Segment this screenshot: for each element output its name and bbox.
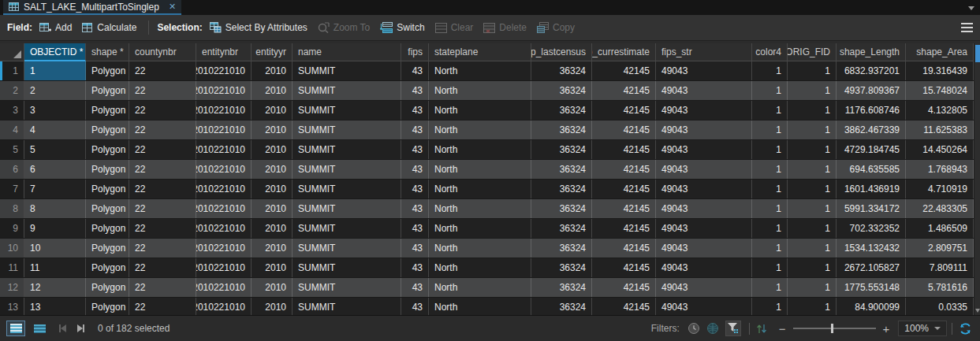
cell-orig-fid[interactable]: 1 <box>788 160 837 179</box>
cell-stateplane[interactable]: North <box>429 120 531 139</box>
cell-name[interactable]: SUMMIT <box>293 298 401 315</box>
cell-name[interactable]: SUMMIT <box>293 101 401 120</box>
cell-fips-str[interactable]: 49043 <box>656 180 752 198</box>
vertical-scrollbar-thumb[interactable] <box>975 45 980 62</box>
cell-pop-currestimate[interactable]: 42145 <box>592 180 656 198</box>
cell-name[interactable]: SUMMIT <box>293 120 401 139</box>
cell-shape-length[interactable]: 1176.608746 <box>837 101 906 120</box>
cell-shape[interactable]: Polygon <box>86 101 129 120</box>
cell-fips-str[interactable]: 49043 <box>656 258 752 277</box>
cell-countynbr[interactable]: 22 <box>129 101 196 120</box>
cell-fips-str[interactable]: 49043 <box>656 160 752 179</box>
cell-pop-currestimate[interactable]: 42145 <box>592 219 656 238</box>
cell-pop-lastcensus[interactable]: 36324 <box>531 160 592 179</box>
cell-color4[interactable]: 1 <box>752 199 788 218</box>
cell-orig-fid[interactable]: 1 <box>788 239 837 258</box>
cell-objectid[interactable]: 13 <box>24 298 86 315</box>
delete-selected-button[interactable]: Delete <box>483 22 527 33</box>
cell-pop-lastcensus[interactable]: 36324 <box>531 101 592 120</box>
cell-objectid[interactable]: 9 <box>24 219 86 238</box>
cell-shape-area[interactable]: 2.809751 <box>906 239 974 258</box>
cell-pop-currestimate[interactable]: 42145 <box>592 258 656 277</box>
cell-shape[interactable]: Polygon <box>86 140 129 159</box>
cell-shape-area[interactable]: 4.710919 <box>906 180 974 198</box>
cell-name[interactable]: SUMMIT <box>293 61 401 80</box>
cell-fips-str[interactable]: 49043 <box>656 81 752 100</box>
cell-color4[interactable]: 1 <box>752 61 788 80</box>
cell-fips[interactable]: 43 <box>401 120 429 139</box>
zoom-slider-thumb[interactable] <box>831 324 833 333</box>
cell-countynbr[interactable]: 22 <box>129 140 196 159</box>
cell-shape-area[interactable]: 22.483305 <box>906 199 974 218</box>
cell-shape-length[interactable]: 702.332352 <box>837 219 906 238</box>
cell-entityyr[interactable]: 2010 <box>252 239 293 258</box>
cell-shape-area[interactable]: 1.768943 <box>906 160 974 179</box>
cell-entitynbr[interactable]: 2010221010 <box>196 101 252 120</box>
cell-entityyr[interactable]: 2010 <box>252 61 293 80</box>
cell-shape-area[interactable]: 15.748024 <box>906 81 974 100</box>
row-number[interactable]: 10 <box>0 239 24 258</box>
cell-countynbr[interactable]: 22 <box>129 298 196 315</box>
cell-entitynbr[interactable]: 2010221010 <box>196 61 252 80</box>
copy-selection-button[interactable]: Copy <box>537 22 575 33</box>
last-record-button[interactable] <box>77 324 84 332</box>
cell-pop-lastcensus[interactable]: 36324 <box>531 140 592 159</box>
cell-entityyr[interactable]: 2010 <box>252 140 293 159</box>
row-number[interactable]: 11 <box>0 258 24 277</box>
cell-orig-fid[interactable]: 1 <box>788 81 837 100</box>
zoom-slider[interactable] <box>793 323 876 334</box>
cell-color4[interactable]: 1 <box>752 160 788 179</box>
cell-stateplane[interactable]: North <box>429 160 531 179</box>
cell-countynbr[interactable]: 22 <box>129 219 196 238</box>
cell-color4[interactable]: 1 <box>752 219 788 238</box>
cell-name[interactable]: SUMMIT <box>293 219 401 238</box>
row-number[interactable]: 2 <box>0 81 24 100</box>
switch-selection-button[interactable]: Switch <box>380 22 424 33</box>
cell-orig-fid[interactable]: 1 <box>788 140 837 159</box>
column-header-fips-str[interactable]: fips_str <box>656 43 752 61</box>
scroll-down-arrow-icon[interactable] <box>975 309 980 313</box>
cell-entitynbr[interactable]: 2010221010 <box>196 219 252 238</box>
cell-entitynbr[interactable]: 2010221010 <box>196 140 252 159</box>
cell-fips-str[interactable]: 49043 <box>656 101 752 120</box>
cell-countynbr[interactable]: 22 <box>129 160 196 179</box>
cell-fips[interactable]: 43 <box>401 81 429 100</box>
cell-shape-length[interactable]: 1601.436919 <box>837 180 906 198</box>
cell-stateplane[interactable]: North <box>429 61 531 80</box>
cell-stateplane[interactable]: North <box>429 298 531 315</box>
cell-name[interactable]: SUMMIT <box>293 258 401 277</box>
range-filter-button[interactable] <box>706 322 719 335</box>
column-header-pop-currestimate[interactable]: pop_currestimate <box>592 43 656 61</box>
cell-fips[interactable]: 43 <box>401 278 429 297</box>
cell-entitynbr[interactable]: 2010221010 <box>196 160 252 179</box>
tab-close-icon[interactable]: ✕ <box>169 2 176 12</box>
cell-shape-area[interactable]: 5.781616 <box>906 278 974 297</box>
cell-shape[interactable]: Polygon <box>86 219 129 238</box>
row-number[interactable]: 5 <box>0 140 24 159</box>
cell-orig-fid[interactable]: 1 <box>788 61 837 80</box>
cell-shape-length[interactable]: 84.900099 <box>837 298 906 315</box>
select-by-attributes-button[interactable]: Select By Attributes <box>210 22 307 33</box>
select-all-corner[interactable] <box>0 43 24 61</box>
cell-objectid[interactable]: 7 <box>24 180 86 198</box>
cell-fips-str[interactable]: 49043 <box>656 239 752 258</box>
column-header-name[interactable]: name <box>293 43 401 61</box>
cell-pop-lastcensus[interactable]: 36324 <box>531 239 592 258</box>
cell-fips[interactable]: 43 <box>401 61 429 80</box>
cell-objectid[interactable]: 11 <box>24 258 86 277</box>
cell-countynbr[interactable]: 22 <box>129 81 196 100</box>
attribute-filter-button[interactable] <box>725 321 741 336</box>
cell-pop-currestimate[interactable]: 42145 <box>592 61 656 80</box>
cell-objectid[interactable]: 4 <box>24 120 86 139</box>
cell-color4[interactable]: 1 <box>752 298 788 315</box>
cell-stateplane[interactable]: North <box>429 101 531 120</box>
cell-pop-lastcensus[interactable]: 36324 <box>531 81 592 100</box>
cell-shape-area[interactable]: 0.0335 <box>906 298 974 315</box>
cell-stateplane[interactable]: North <box>429 278 531 297</box>
row-number[interactable]: 7 <box>0 180 24 198</box>
cell-fips[interactable]: 43 <box>401 101 429 120</box>
cell-entityyr[interactable]: 2010 <box>252 81 293 100</box>
cell-shape-area[interactable]: 1.486509 <box>906 219 974 238</box>
cell-name[interactable]: SUMMIT <box>293 160 401 179</box>
cell-color4[interactable]: 1 <box>752 140 788 159</box>
